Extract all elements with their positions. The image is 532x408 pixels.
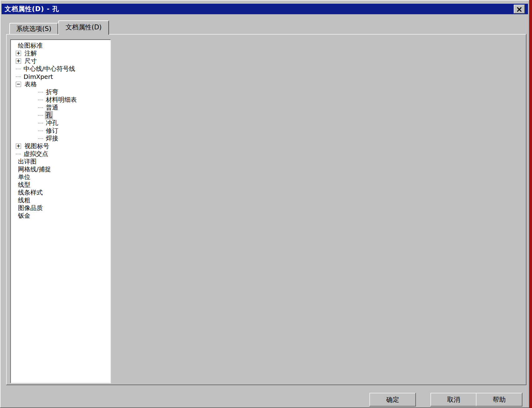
expand-plus-icon[interactable]: [16, 58, 21, 64]
document-properties-dialog: 文档属性(D) - 孔 系统选项(S) 文档属性(D) 绘图标准 注解 尺寸 中…: [0, 0, 530, 408]
tree-item[interactable]: 钣金: [11, 212, 110, 220]
tab-system-options[interactable]: 系统选项(S): [9, 23, 58, 34]
expand-plus-icon[interactable]: [16, 144, 21, 149]
tree-item[interactable]: 材料明细表: [11, 96, 110, 104]
tree-connector: [16, 154, 21, 154]
help-button[interactable]: 帮助: [476, 393, 522, 406]
expand-plus-icon[interactable]: [16, 51, 21, 56]
tree-connector: [38, 92, 43, 92]
tree-connector: [38, 115, 43, 116]
tree-item[interactable]: 出详图: [11, 158, 110, 165]
tree-item[interactable]: 中心线/中心符号线: [11, 65, 110, 73]
tree-item[interactable]: 修订: [11, 127, 110, 135]
collapse-minus-icon[interactable]: [16, 82, 21, 87]
tree-connector: [38, 100, 43, 100]
tree-connector: [38, 138, 43, 139]
tree-item[interactable]: 线型: [11, 181, 110, 189]
tree-item[interactable]: 注解: [11, 49, 110, 57]
tree-item[interactable]: 线条样式: [11, 189, 110, 196]
title-bar[interactable]: 文档属性(D) - 孔: [2, 4, 528, 14]
tree-item[interactable]: 网格线/捕捉: [11, 165, 110, 173]
tab-document-properties[interactable]: 文档属性(D): [58, 20, 109, 35]
tree-connector: [16, 76, 21, 77]
tree-item[interactable]: 视图标号: [11, 142, 110, 150]
cancel-button[interactable]: 取消: [430, 393, 477, 406]
tree-item[interactable]: 线粗: [11, 196, 110, 204]
tree-connector: [38, 131, 43, 131]
tree-item[interactable]: 表格: [11, 80, 110, 88]
settings-tree[interactable]: 绘图标准 注解 尺寸 中心线/中心符号线 DimXpert 表格 折弯 材料明细…: [10, 39, 111, 383]
tree-item-hole-selected[interactable]: 孔: [11, 111, 110, 119]
tree-item[interactable]: 普通: [11, 104, 110, 111]
tree-item[interactable]: 折弯: [11, 88, 110, 96]
tree-item[interactable]: 冲孔: [11, 119, 110, 127]
tree-connector: [38, 107, 43, 108]
tree-item[interactable]: 绘图标准: [11, 42, 110, 49]
tree-item[interactable]: 图像品质: [11, 204, 110, 212]
tree-connector: [16, 69, 21, 69]
tree-item[interactable]: 焊接: [11, 135, 110, 142]
tree-connector: [38, 123, 43, 123]
tree-item[interactable]: DimXpert: [11, 73, 110, 80]
tree-item[interactable]: 单位: [11, 173, 110, 181]
tree-item[interactable]: 虚拟交点: [11, 150, 110, 158]
tree-item[interactable]: 尺寸: [11, 57, 110, 65]
ok-button[interactable]: 确定: [369, 393, 416, 406]
dialog-title: 文档属性(D) - 孔: [2, 5, 59, 13]
close-icon[interactable]: [514, 5, 525, 14]
